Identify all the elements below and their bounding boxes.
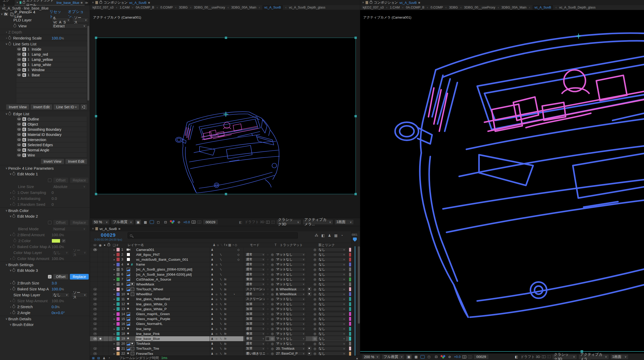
preserve-transparency-toggle[interactable] <box>266 288 269 291</box>
trkmat-select[interactable]: マットなし <box>275 322 306 326</box>
exposure-value[interactable]: +0.0 <box>183 220 190 224</box>
timeline-layer-row[interactable]: ▸ 19 line_base_Blue 乗算 <box>90 336 360 341</box>
line-set-name[interactable]: Lamp_red <box>32 52 48 56</box>
layer-solo-toggle[interactable] <box>98 317 103 321</box>
composition-flowchart-icon[interactable]: ⁂ <box>315 233 318 238</box>
parent-select[interactable]: なし <box>317 263 346 267</box>
layer-switches[interactable] <box>210 252 244 257</box>
solo-column-icon[interactable]: ● <box>104 243 106 247</box>
quality-switch-icon[interactable] <box>219 307 223 311</box>
collapse-arrow-icon[interactable]: ∨ <box>9 269 12 272</box>
layer-label-chip[interactable] <box>117 312 121 316</box>
layer-visibility-toggle[interactable] <box>93 267 98 272</box>
channel-icon[interactable] <box>170 220 175 224</box>
params-group-row[interactable]: ∨ Pencil+ 4 Line Parameters <box>0 165 90 171</box>
shy-switch-icon[interactable] <box>210 288 214 291</box>
layer-expand-arrow[interactable]: ▸ <box>112 322 117 326</box>
blend-mode-select[interactable]: 加算 <box>245 312 265 316</box>
edit-flag-icon[interactable]: E <box>22 153 26 157</box>
trkmat-select[interactable]: マットなし <box>275 263 306 267</box>
hide-shy-layers-icon[interactable]: ♟ <box>328 233 331 238</box>
brush-details-group-row[interactable]: ∨ Brush Details <box>0 316 90 322</box>
effects-switch-icon[interactable] <box>223 302 227 306</box>
layer-lock-toggle[interactable] <box>103 267 109 272</box>
timeline-layer-row[interactable]: ▸ 16 Glass_NormalHL 加算 <box>90 322 360 326</box>
timeline-layer-row[interactable]: ▸ 2 AM_8gou_PNT 通常 <box>90 252 360 257</box>
3d-ground-plane-icon[interactable] <box>266 221 270 224</box>
matte-type-icon[interactable] <box>308 288 311 291</box>
visibility-eye-icon[interactable] <box>17 154 21 156</box>
layer-expand-arrow[interactable]: ▸ <box>112 247 117 252</box>
trkmat-select[interactable]: マットなし <box>275 332 306 336</box>
quality-switch-icon[interactable] <box>219 277 223 281</box>
layer-expand-arrow[interactable]: ▸ <box>112 257 117 262</box>
expand-arrow-icon[interactable]: › <box>9 245 12 248</box>
effects-switch-icon[interactable] <box>223 327 227 330</box>
trkmat-select[interactable]: マットなし <box>275 317 306 321</box>
preserve-transparency-toggle[interactable] <box>266 278 269 281</box>
shy-switch-icon[interactable] <box>210 283 214 286</box>
parent-select[interactable]: なし <box>317 272 346 276</box>
layer-switches[interactable] <box>210 341 244 346</box>
edge-name[interactable]: Smoothing Boundary <box>28 127 61 132</box>
comp-canvas-right[interactable]: アクティブカメラ (Camera001) <box>360 10 644 353</box>
line-set-empty-row[interactable] <box>16 83 87 88</box>
preserve-transparency-toggle[interactable] <box>266 347 269 350</box>
quality-switch-icon[interactable] <box>219 317 223 321</box>
visibility-eye-icon[interactable] <box>17 123 21 125</box>
timeline-layer-row[interactable]: ▸ 5 [vc_A_SuvB_glass_[0064-0200].pld] <box>90 267 360 272</box>
transparency-grid-icon[interactable]: ▩ <box>143 220 148 224</box>
layer-expand-arrow[interactable]: ▸ <box>112 341 117 346</box>
shy-switch-icon[interactable] <box>210 352 214 355</box>
layer-lock-toggle[interactable] <box>103 341 109 346</box>
layer-name[interactable]: WheelBlur <box>136 292 210 297</box>
trkmat-pickwhip-icon[interactable]: ◎ <box>270 277 275 282</box>
timeline-layer-row[interactable]: ▸ 3 vc_mobSuvB_Bank_Custom_001 通 <box>90 257 360 262</box>
size-map-source-select[interactable]: ソース <box>71 292 88 298</box>
line-set-row[interactable]: E 1 Inside <box>16 47 87 52</box>
trkmat-select[interactable]: マットなし <box>275 277 306 281</box>
edit-flag-icon[interactable]: E <box>22 143 26 147</box>
edit-flag-icon[interactable]: E <box>22 58 26 61</box>
comp-viewer-tabbar[interactable]: × コンポジション vc_A_SuvB ≡ <box>90 0 360 5</box>
visibility-eye-icon[interactable] <box>17 149 21 151</box>
trkmat-pickwhip-icon[interactable]: ◎ <box>270 282 275 287</box>
line-set-row[interactable]: E 1 Window <box>16 67 87 72</box>
parent-pickwhip-icon[interactable]: ◎ <box>312 322 317 326</box>
layer-label-chip[interactable] <box>117 257 121 262</box>
layer-label-chip[interactable] <box>117 292 121 297</box>
layer-switches[interactable] <box>210 247 244 252</box>
size-map-layer-select[interactable]: なし <box>52 292 70 298</box>
layer-visibility-toggle[interactable] <box>93 262 98 267</box>
blend-mode-select[interactable]: 加算 <box>245 317 265 321</box>
line-set-empty-row[interactable] <box>16 78 87 83</box>
exposure-value[interactable]: +0.0 <box>454 355 461 359</box>
stretch-value[interactable]: 0.0% <box>52 305 60 309</box>
layer-lock-toggle[interactable] <box>103 322 109 326</box>
layer-solo-toggle[interactable] <box>98 312 103 316</box>
line-set-row[interactable]: E 1 Lamp_yellow <box>16 57 87 62</box>
parent-select[interactable]: なし <box>317 307 346 311</box>
trkmat-select[interactable]: マットなし <box>275 307 306 311</box>
invert-edit-button[interactable]: Invert Edit <box>30 104 52 110</box>
layer-lock-toggle[interactable] <box>103 292 109 297</box>
parent-pickwhip-icon[interactable]: ◎ <box>312 307 317 311</box>
mode-column-header[interactable]: モード <box>248 243 275 247</box>
shy-switch-icon[interactable] <box>210 347 214 350</box>
preserve-transparency-toggle[interactable] <box>266 263 269 266</box>
playhead-handle[interactable] <box>353 238 357 242</box>
mask-visibility-icon[interactable] <box>420 355 425 359</box>
layer-switches[interactable] <box>210 257 244 262</box>
expand-layer-switches-icon[interactable]: ⊞ <box>92 356 95 360</box>
preserve-transparency-toggle[interactable] <box>266 253 269 256</box>
layer-name[interactable]: Glass_mapHL_Purple <box>136 317 210 321</box>
close-icon[interactable]: × <box>362 1 364 4</box>
stopwatch-icon[interactable] <box>12 305 15 308</box>
layer-label-chip[interactable] <box>117 326 121 331</box>
shy-switch-icon[interactable] <box>210 322 214 325</box>
blend-mode-select[interactable]: 通常 <box>245 292 265 296</box>
parent-select[interactable]: なし <box>317 287 346 291</box>
layer-switches[interactable] <box>210 317 244 321</box>
layer-label-chip[interactable] <box>117 297 121 301</box>
parent-select[interactable]: なし <box>317 267 346 272</box>
